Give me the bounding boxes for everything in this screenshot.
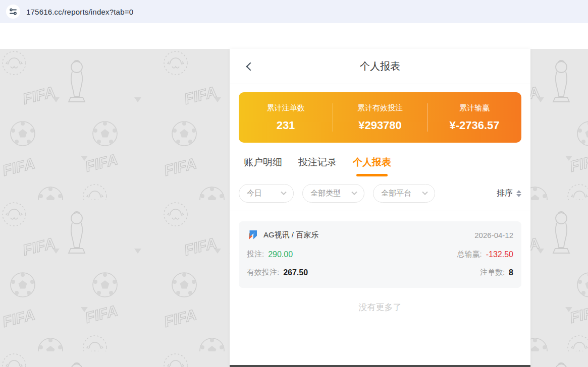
bet-label: 投注: xyxy=(247,250,264,259)
win-loss-value: -132.50 xyxy=(486,250,513,259)
sort-label: 排序 xyxy=(497,188,513,199)
tab-account-details[interactable]: 账户明细 xyxy=(244,156,282,176)
page-top-whitespace xyxy=(0,23,588,49)
valid-bet-label: 有效投注: xyxy=(247,268,279,277)
dropdown-label: 全部平台 xyxy=(381,189,411,198)
valid-bet-value: 267.50 xyxy=(283,268,308,277)
report-panel: 个人报表 累计注单数 231 累计有效投注 ¥293780 累计输赢 ¥-273… xyxy=(230,49,530,367)
type-filter-dropdown[interactable]: 全部类型 xyxy=(302,184,364,203)
no-more-text: 没有更多了 xyxy=(230,301,530,313)
tune-icon xyxy=(9,8,17,16)
bet-count-value: 8 xyxy=(509,268,513,277)
date-filter-dropdown[interactable]: 今日 xyxy=(239,184,294,203)
page-title: 个人报表 xyxy=(360,59,400,73)
report-card-header-row: AG视讯 / 百家乐 2026-04-12 xyxy=(247,229,513,241)
stat-label: 累计输赢 xyxy=(427,103,521,113)
tab-label: 个人报表 xyxy=(353,157,391,167)
report-row-card[interactable]: AG视讯 / 百家乐 2026-04-12 投注: 290.00 总输赢: -1… xyxy=(239,221,521,288)
tab-bar: 账户明细 投注记录 个人报表 xyxy=(230,143,530,176)
url-text[interactable]: 175616.cc/reports/index?tab=0 xyxy=(26,8,133,16)
dropdown-label: 今日 xyxy=(247,189,262,198)
ag-logo-icon xyxy=(247,229,259,241)
summary-card: 累计注单数 231 累计有效投注 ¥293780 累计输赢 ¥-2736.57 xyxy=(239,92,521,143)
report-card-bet-row: 投注: 290.00 总输赢: -132.50 xyxy=(247,250,513,259)
site-settings-icon[interactable] xyxy=(6,5,20,19)
active-tab-underline xyxy=(356,174,388,176)
panel-header: 个人报表 xyxy=(230,49,530,84)
browser-address-bar[interactable]: 175616.cc/reports/index?tab=0 xyxy=(0,0,588,23)
chevron-left-icon xyxy=(246,62,255,71)
chevron-down-icon xyxy=(351,189,357,195)
tab-bet-records[interactable]: 投注记录 xyxy=(298,156,337,176)
bet-count-label: 注单数: xyxy=(480,268,505,277)
bottom-edge-bar xyxy=(230,365,530,367)
chevron-down-icon xyxy=(422,189,427,195)
report-date: 2026-04-12 xyxy=(474,231,513,239)
chevron-down-icon xyxy=(281,189,286,195)
stat-total-bets: 累计注单数 231 xyxy=(239,103,333,132)
stat-label: 累计注单数 xyxy=(239,103,333,113)
stat-value: 231 xyxy=(239,119,333,132)
report-card-valid-row: 有效投注: 267.50 注单数: 8 xyxy=(247,268,513,277)
stat-value: ¥293780 xyxy=(333,119,427,132)
back-button[interactable] xyxy=(243,59,258,74)
platform-filter-dropdown[interactable]: 全部平台 xyxy=(373,184,435,203)
sort-arrows-icon xyxy=(516,190,521,197)
provider-name: AG视讯 / 百家乐 xyxy=(263,230,318,240)
sort-button[interactable]: 排序 xyxy=(497,188,521,199)
dropdown-label: 全部类型 xyxy=(310,189,341,198)
stat-value: ¥-2736.57 xyxy=(427,119,521,132)
win-loss-label: 总输赢: xyxy=(457,250,482,259)
stat-valid-bets: 累计有效投注 ¥293780 xyxy=(333,103,427,132)
stat-label: 累计有效投注 xyxy=(333,103,427,113)
stat-win-loss: 累计输赢 ¥-2736.57 xyxy=(427,103,521,132)
page-background: FIFA 个人报表 xyxy=(0,49,588,367)
filter-bar: 今日 全部类型 全部平台 排序 xyxy=(230,176,530,211)
bet-value: 290.00 xyxy=(268,250,293,259)
tab-personal-report[interactable]: 个人报表 xyxy=(353,156,391,176)
